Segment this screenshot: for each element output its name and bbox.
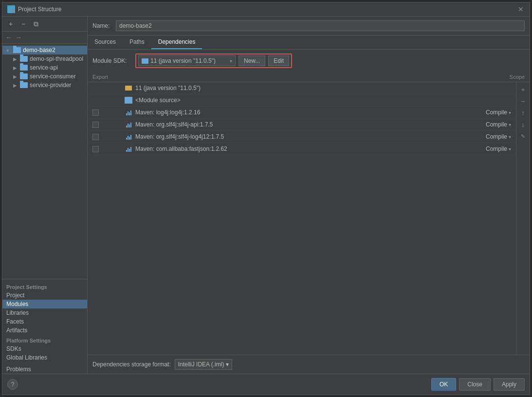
ok-button[interactable]: OK <box>431 378 456 391</box>
sidebar-item-sdks[interactable]: SDKs <box>2 344 87 353</box>
maven-icon <box>126 146 131 152</box>
expand-arrow: ▶ <box>13 65 18 71</box>
project-structure-dialog: Project Structure ✕ + − ⧉ ← → ▾ <box>2 2 530 395</box>
dialog-footer: ? OK Close Apply <box>2 374 530 395</box>
dep-export-checkbox[interactable] <box>92 134 99 140</box>
dep-export-checkbox[interactable] <box>92 146 99 152</box>
move-down-button[interactable]: ↓ <box>518 119 529 130</box>
dep-export-checkbox[interactable] <box>92 109 99 116</box>
dep-item-name: Maven: org.slf4j:slf4j-log4j12:1.7.5 <box>135 133 483 140</box>
sdk-value: 11 (java version "11.0.5") <box>150 57 226 64</box>
sidebar-item-facets[interactable]: Facets <box>2 317 87 326</box>
export-column-header: Export <box>92 74 122 80</box>
tabs-bar: Sources Paths Dependencies <box>88 36 530 50</box>
jdk-folder-icon <box>125 86 132 90</box>
dep-export-cell <box>92 134 122 140</box>
sidebar-item-global-libraries[interactable]: Global Libraries <box>2 353 87 362</box>
dep-export-cell <box>92 109 122 116</box>
dep-item-jdk: 11 (java version "11.0.5") <box>88 82 516 94</box>
storage-format-select[interactable]: IntelliJ IDEA (.iml) ▾ <box>175 359 233 370</box>
tab-sources[interactable]: Sources <box>88 36 123 49</box>
dep-type-icon <box>125 121 132 128</box>
sidebar-item-label: SDKs <box>6 345 21 352</box>
sidebar-item-artifacts[interactable]: Artifacts <box>2 326 87 335</box>
scope-dropdown-arrow: ▾ <box>509 122 511 127</box>
dep-item-module-source: <Module source> <box>88 94 516 107</box>
tree-item-label: service-api <box>30 64 58 71</box>
storage-dropdown-arrow: ▾ <box>226 361 229 368</box>
remove-dep-button[interactable]: − <box>518 96 529 107</box>
dep-scope-value: Compile <box>486 145 507 152</box>
sidebar-item-label: Global Libraries <box>6 354 47 361</box>
dep-item-fastjson: Maven: com.alibaba:fastjson:1.2.62 Compi… <box>88 143 516 155</box>
dep-scope-dropdown[interactable]: Compile ▾ <box>486 133 511 140</box>
platform-settings-header: Platform Settings <box>2 335 87 344</box>
dep-export-cell <box>92 122 122 128</box>
settings-section: Project Settings Project Modules Librari… <box>2 279 87 374</box>
sdk-new-button[interactable]: New... <box>238 55 265 66</box>
sidebar-item-project[interactable]: Project <box>2 291 87 300</box>
edit-dep-button[interactable]: ✎ <box>518 131 529 142</box>
move-up-button[interactable]: ↑ <box>518 108 529 118</box>
dep-item-name: Maven: log4j:log4j:1.2.16 <box>135 109 483 116</box>
dep-scope-value: Compile <box>486 133 507 140</box>
svg-rect-2 <box>8 10 11 12</box>
folder-icon <box>13 47 21 53</box>
scope-dropdown-arrow: ▾ <box>509 134 511 140</box>
folder-icon <box>20 56 28 62</box>
dep-item-name: Maven: org.slf4j:slf4j-api:1.7.5 <box>135 121 483 128</box>
dep-export-cell <box>92 146 122 152</box>
add-module-button[interactable]: + <box>5 18 16 29</box>
sidebar-item-libraries[interactable]: Libraries <box>2 308 87 317</box>
dependencies-content: Module SDK: 11 (java version "11.0.5") ▾… <box>88 50 530 374</box>
dep-scope-dropdown[interactable]: Compile ▾ <box>486 145 511 152</box>
dep-list: 11 (java version "11.0.5") <Module sourc… <box>88 82 516 355</box>
dep-scope-dropdown[interactable]: Compile ▾ <box>486 121 511 128</box>
remove-module-button[interactable]: − <box>18 18 29 29</box>
dep-item-slf4j-api: Maven: org.slf4j:slf4j-api:1.7.5 Compile… <box>88 119 516 131</box>
tree-item-label: demo-spi-threadpool <box>30 55 83 62</box>
tree-item-demo-spi-threadpool[interactable]: ▶ demo-spi-threadpool <box>2 54 87 63</box>
scope-dropdown-arrow: ▾ <box>509 146 511 152</box>
dep-export-checkbox[interactable] <box>92 122 99 128</box>
maven-icon <box>126 109 131 115</box>
tree-item-label: service-provider <box>30 82 71 89</box>
dialog-icon <box>7 5 15 13</box>
dep-scope-dropdown[interactable]: Compile ▾ <box>486 109 511 116</box>
tree-item-service-provider[interactable]: ▶ service-provider <box>2 81 87 90</box>
apply-button[interactable]: Apply <box>494 378 525 391</box>
back-button[interactable]: ← <box>5 34 12 41</box>
right-toolbar: + − ↑ ↓ ✎ <box>516 82 530 355</box>
sdk-folder-icon <box>142 58 148 64</box>
close-button[interactable]: ✕ <box>517 5 525 13</box>
add-dep-button[interactable]: + <box>518 84 529 95</box>
dep-scope-value: Compile <box>486 121 507 128</box>
title-bar: Project Structure ✕ <box>2 2 530 17</box>
name-input[interactable] <box>116 20 525 31</box>
sidebar-item-modules[interactable]: Modules <box>2 300 87 308</box>
tab-dependencies[interactable]: Dependencies <box>151 36 202 49</box>
storage-format-bar: Dependencies storage format: IntelliJ ID… <box>88 355 530 374</box>
dialog-body: + − ⧉ ← → ▾ demo-base2 ▶ d <box>2 17 530 374</box>
copy-module-button[interactable]: ⧉ <box>31 18 41 29</box>
help-button[interactable]: ? <box>7 379 18 390</box>
cancel-button[interactable]: Close <box>459 378 491 391</box>
sidebar-item-problems[interactable]: Problems <box>2 365 87 374</box>
expand-arrow: ▾ <box>6 48 11 53</box>
sidebar-item-label: Modules <box>6 301 28 307</box>
sdk-edit-button[interactable]: Edit <box>268 55 289 66</box>
tree-item-label: demo-base2 <box>23 47 55 54</box>
tree-item-service-api[interactable]: ▶ service-api <box>2 63 87 72</box>
dep-area: 11 (java version "11.0.5") <Module sourc… <box>88 82 530 355</box>
sdk-selector[interactable]: 11 (java version "11.0.5") ▾ <box>138 55 236 66</box>
tab-paths[interactable]: Paths <box>123 36 151 49</box>
sidebar-item-label: Facets <box>6 318 24 325</box>
sidebar: + − ⧉ ← → ▾ demo-base2 ▶ d <box>2 17 88 374</box>
tree-item-service-consumer[interactable]: ▶ service-consumer <box>2 72 87 81</box>
problems-section: Problems <box>2 365 87 374</box>
sidebar-item-label: Artifacts <box>6 327 27 334</box>
name-bar: Name: <box>88 17 530 36</box>
tree-item-demo-base2[interactable]: ▾ demo-base2 <box>2 46 87 54</box>
sdk-box: 11 (java version "11.0.5") ▾ New... Edit <box>135 54 292 68</box>
forward-button[interactable]: → <box>15 34 22 41</box>
